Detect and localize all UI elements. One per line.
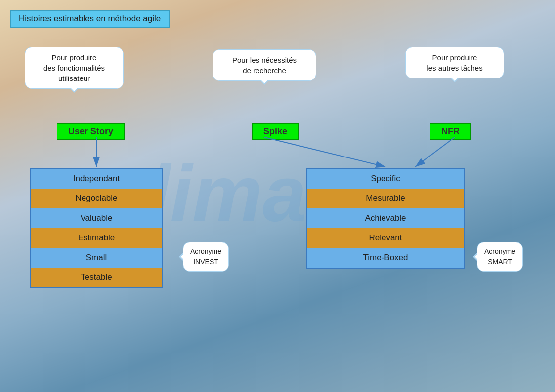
table-invest: Independant Negociable Valuable Estimabl… — [30, 168, 163, 288]
main-content: Histoires estimables en méthode agile Po… — [0, 0, 555, 392]
bubble-left-line2: des fonctionnalités — [43, 64, 105, 72]
title-text: Histoires estimables en méthode agile — [19, 14, 161, 23]
bubble-right: Pour produire les autres tâches — [405, 47, 504, 78]
callout-invest: Acronyme INVEST — [183, 242, 229, 272]
smart-row-5: Time-Boxed — [307, 248, 464, 268]
bubble-left-line1: Pour produire — [52, 53, 97, 62]
invest-row-2-text: Negociable — [75, 194, 117, 203]
callout-invest-line2: INVEST — [193, 258, 218, 266]
invest-row-3-text: Valuable — [81, 213, 113, 223]
smart-row-1: Specific — [307, 169, 464, 189]
label-user-story-text: User Story — [68, 126, 113, 136]
invest-row-3: Valuable — [31, 208, 162, 228]
invest-row-5: Small — [31, 248, 162, 268]
bubble-right-line2: les autres tâches — [427, 64, 482, 72]
invest-row-1: Independant — [31, 169, 162, 189]
label-spike-text: Spike — [263, 126, 287, 136]
bubble-center: Pour les nécessités de recherche — [213, 49, 316, 81]
invest-row-1-text: Independant — [73, 174, 120, 183]
invest-row-6-text: Testable — [81, 273, 112, 282]
label-user-story: User Story — [57, 123, 125, 140]
table-smart: Specific Mesurable Achievable Relevant T… — [306, 168, 465, 269]
label-nfr-text: NFR — [441, 126, 460, 136]
smart-row-4: Relevant — [307, 228, 464, 248]
bubble-center-line1: Pour les nécessités — [232, 56, 297, 64]
smart-row-2: Mesurable — [307, 189, 464, 208]
smart-row-3: Achievable — [307, 208, 464, 228]
invest-row-5-text: Small — [86, 253, 107, 262]
bubble-center-line2: de recherche — [243, 66, 286, 75]
invest-row-4: Estimable — [31, 228, 162, 248]
callout-smart: Acronyme SMART — [477, 242, 523, 272]
smart-row-2-text: Mesurable — [366, 194, 405, 203]
invest-row-6: Testable — [31, 268, 162, 287]
invest-row-2: Negociable — [31, 189, 162, 208]
label-nfr: NFR — [430, 123, 471, 140]
callout-invest-line1: Acronyme — [190, 247, 221, 255]
callout-smart-line1: Acronyme — [484, 247, 515, 255]
invest-row-4-text: Estimable — [78, 233, 115, 242]
title-banner: Histoires estimables en méthode agile — [10, 10, 170, 28]
smart-row-3-text: Achievable — [365, 213, 406, 223]
label-spike: Spike — [252, 123, 299, 140]
smart-row-4-text: Relevant — [369, 233, 402, 242]
svg-line-2 — [264, 137, 385, 167]
smart-row-5-text: Time-Boxed — [363, 253, 408, 262]
bubble-left: Pour produire des fonctionnalités utilis… — [25, 47, 124, 89]
callout-smart-line2: SMART — [488, 258, 512, 266]
svg-line-3 — [415, 137, 455, 167]
smart-row-1-text: Specific — [371, 174, 400, 183]
bubble-right-line1: Pour produire — [432, 53, 477, 62]
bubble-left-line3: utilisateur — [58, 74, 90, 82]
